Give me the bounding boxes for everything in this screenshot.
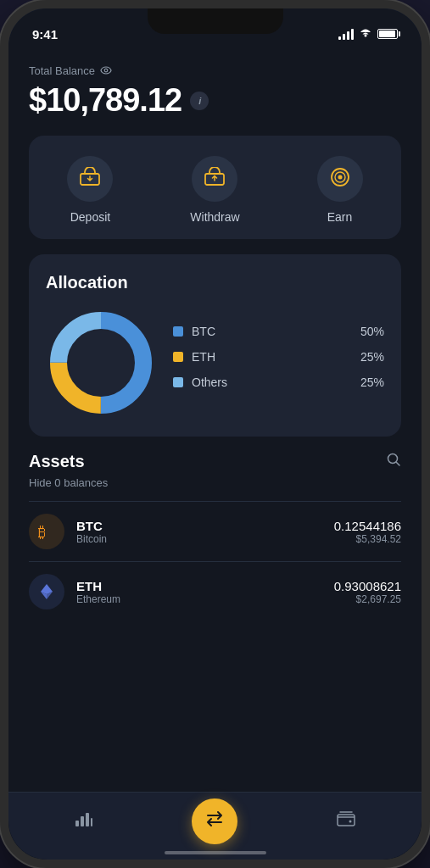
eth-legend-name: ETH xyxy=(192,350,352,364)
eth-color-dot xyxy=(173,352,183,362)
battery-icon xyxy=(377,29,398,39)
svg-point-0 xyxy=(104,69,108,72)
assets-title: Assets xyxy=(29,452,85,471)
svg-point-5 xyxy=(338,175,342,179)
assets-section: Assets Hide 0 balances ₿ xyxy=(29,452,401,630)
donut-chart xyxy=(46,308,156,418)
portfolio-icon xyxy=(75,810,93,832)
search-icon[interactable] xyxy=(386,452,401,471)
others-legend-pct: 25% xyxy=(360,376,384,389)
svg-rect-17 xyxy=(86,813,89,826)
btc-legend-name: BTC xyxy=(192,325,352,338)
balance-section: Total Balance $10,789.12 i xyxy=(29,49,401,136)
withdraw-label: Withdraw xyxy=(190,210,239,224)
eth-symbol: ETH xyxy=(76,579,322,593)
eye-icon[interactable] xyxy=(100,65,112,77)
btc-symbol: BTC xyxy=(76,519,322,533)
btc-color-dot xyxy=(173,326,183,337)
svg-rect-18 xyxy=(91,818,92,826)
svg-point-10 xyxy=(388,454,398,464)
others-color-dot xyxy=(173,377,183,387)
others-legend-name: Others xyxy=(192,376,352,389)
notch xyxy=(148,8,283,34)
deposit-icon xyxy=(79,167,101,191)
btc-amounts: 0.12544186 $5,394.52 xyxy=(334,519,401,545)
allocation-content: BTC 50% ETH 25% Others 25% xyxy=(46,308,384,418)
legend-item-eth: ETH 25% xyxy=(173,350,384,364)
actions-card: Deposit Withdraw xyxy=(29,136,401,239)
eth-crypto-amount: 0.93008621 xyxy=(334,579,401,593)
balance-amount: $10,789.12 i xyxy=(29,82,401,119)
eth-usd-amount: $2,697.25 xyxy=(334,593,401,605)
withdraw-icon xyxy=(204,167,226,191)
svg-text:₿: ₿ xyxy=(38,524,46,541)
phone-frame: 9:41 xyxy=(0,0,430,868)
svg-rect-16 xyxy=(81,816,84,826)
bottom-nav xyxy=(8,792,422,860)
allocation-title: Allocation xyxy=(46,273,384,292)
withdraw-action[interactable]: Withdraw xyxy=(190,156,239,224)
signal-icon xyxy=(338,28,354,40)
legend: BTC 50% ETH 25% Others 25% xyxy=(173,325,384,401)
asset-row-btc[interactable]: ₿ BTC Bitcoin 0.12544186 $5,394.52 xyxy=(29,501,401,561)
deposit-label: Deposit xyxy=(70,210,110,224)
assets-header: Assets xyxy=(29,452,401,471)
btc-info: BTC Bitcoin xyxy=(76,519,322,545)
swap-icon xyxy=(204,810,225,832)
status-time: 9:41 xyxy=(32,27,58,42)
svg-point-9 xyxy=(69,331,133,395)
allocation-section: Allocation xyxy=(29,254,401,437)
nav-wallet[interactable] xyxy=(337,811,355,831)
svg-rect-15 xyxy=(75,821,79,826)
btc-usd-amount: $5,394.52 xyxy=(334,533,401,545)
eth-name: Ethereum xyxy=(76,593,322,605)
wifi-icon xyxy=(359,28,372,41)
wallet-icon xyxy=(337,811,355,831)
earn-label: Earn xyxy=(327,210,353,224)
eth-icon xyxy=(29,574,64,609)
eth-legend-pct: 25% xyxy=(360,350,384,364)
svg-rect-19 xyxy=(338,815,355,826)
asset-row-eth[interactable]: ETH Ethereum 0.93008621 $2,697.25 xyxy=(29,561,401,621)
nav-portfolio[interactable] xyxy=(75,810,93,832)
legend-item-btc: BTC 50% xyxy=(173,325,384,338)
main-content: Total Balance $10,789.12 i xyxy=(8,49,422,800)
eth-amounts: 0.93008621 $2,697.25 xyxy=(334,579,401,605)
phone-inner: 9:41 xyxy=(8,8,422,860)
earn-action[interactable]: Earn xyxy=(317,156,363,224)
earn-icon xyxy=(329,166,351,192)
deposit-action[interactable]: Deposit xyxy=(67,156,113,224)
legend-item-others: Others 25% xyxy=(173,376,384,389)
btc-legend-pct: 50% xyxy=(360,325,384,338)
btc-crypto-amount: 0.12544186 xyxy=(334,519,401,533)
info-icon[interactable]: i xyxy=(190,92,209,110)
btc-name: Bitcoin xyxy=(76,533,322,545)
svg-point-20 xyxy=(349,821,351,823)
hide-balances-label[interactable]: Hide 0 balances xyxy=(29,476,401,489)
balance-label: Total Balance xyxy=(29,64,401,77)
home-indicator xyxy=(165,851,266,854)
status-icons xyxy=(338,28,398,41)
eth-info: ETH Ethereum xyxy=(76,579,322,605)
btc-icon: ₿ xyxy=(29,514,64,549)
nav-swap-button[interactable] xyxy=(192,798,237,844)
